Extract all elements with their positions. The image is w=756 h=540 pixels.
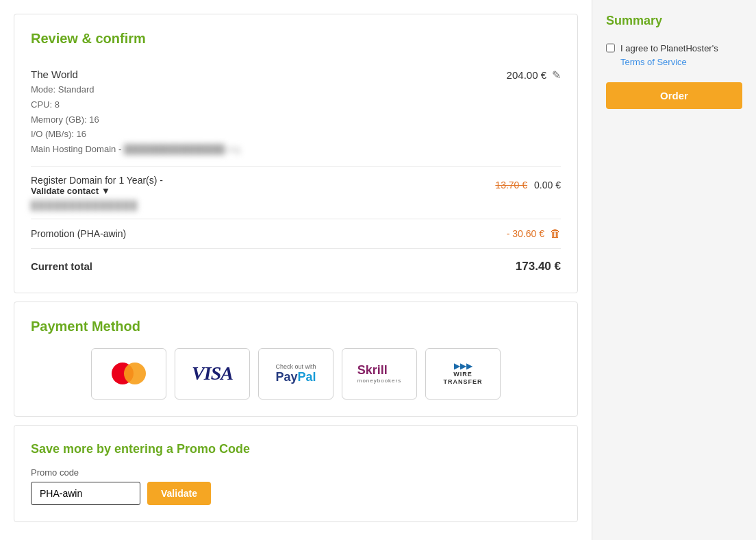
promo-code-section: Save more by entering a Promo Code Promo… <box>14 425 578 522</box>
review-title: Review & confirm <box>31 31 561 47</box>
item-hosting-domain: Main Hosting Domain - ████████████████.o… <box>31 143 507 157</box>
total-row: Current total 173.40 € <box>31 249 561 276</box>
wire-transfer-option[interactable]: ▶▶▶ WIRETRANSFER <box>425 348 501 400</box>
promo-section-title: Save more by entering a Promo Code <box>31 442 561 456</box>
hosting-domain-value: ████████████████.org <box>124 143 240 157</box>
promo-code-label: Promo code <box>31 467 561 478</box>
terms-of-service-link[interactable]: Terms of Service <box>620 57 687 67</box>
skrill-icon: Skrill moneybookers <box>357 363 401 384</box>
paypal-icon: Check out with PayPal <box>275 363 316 384</box>
review-section: Review & confirm The World Mode: Standar… <box>14 14 578 293</box>
domain-row-top: Register Domain for 1 Year(s) - Validate… <box>31 175 561 196</box>
terms-checkbox[interactable] <box>606 43 615 53</box>
visa-icon: VISA <box>192 363 233 384</box>
domain-discounted-price: 0.00 € <box>534 180 561 191</box>
visa-option[interactable]: VISA <box>175 348 250 400</box>
promo-input-row: Validate <box>31 482 561 505</box>
delete-promotion-icon[interactable]: 🗑 <box>550 228 561 240</box>
mastercard-option[interactable] <box>91 348 166 400</box>
payment-section: Payment Method VISA Check out with <box>14 302 578 417</box>
paypal-option[interactable]: Check out with PayPal <box>258 348 333 400</box>
promotion-price-area: - 30.60 € 🗑 <box>507 228 561 240</box>
payment-methods-list: VISA Check out with PayPal Skrill m <box>31 348 561 400</box>
item-memory: Memory (GB): 16 <box>31 113 507 127</box>
validate-promo-button[interactable]: Validate <box>147 482 211 505</box>
item-price-value: 204.00 € <box>507 69 546 81</box>
total-label: Current total <box>31 260 92 272</box>
mastercard-icon <box>112 363 146 384</box>
sidebar-title: Summary <box>606 14 742 28</box>
item-io: I/O (MB/s): 16 <box>31 127 507 142</box>
domain-original-price: 13.70 € <box>495 180 527 191</box>
terms-row: I agree to PlanetHoster's Terms of Servi… <box>606 42 742 69</box>
item-details: Mode: Standard CPU: 8 Memory (GB): 16 I/… <box>31 83 507 157</box>
chevron-down-icon: ▼ <box>101 186 110 196</box>
order-button[interactable]: Order <box>606 82 742 109</box>
total-price: 173.40 € <box>516 260 561 273</box>
mc-yellow-circle <box>124 363 146 384</box>
edit-icon[interactable]: ✎ <box>552 69 561 82</box>
item-row: The World Mode: Standard CPU: 8 Memory (… <box>31 60 561 167</box>
promotion-label: Promotion (PHA-awin) <box>31 228 126 239</box>
item-price-area: 204.00 € ✎ <box>507 69 561 82</box>
domain-label: Register Domain for 1 Year(s) - Validate… <box>31 175 163 196</box>
payment-title: Payment Method <box>31 319 561 334</box>
terms-text: I agree to PlanetHoster's Terms of Servi… <box>620 42 742 69</box>
domain-name: ██████████████ <box>31 200 561 210</box>
promotion-row: Promotion (PHA-awin) - 30.60 € 🗑 <box>31 219 561 249</box>
wire-transfer-icon: ▶▶▶ WIRETRANSFER <box>444 361 483 386</box>
validate-contact-button[interactable]: Validate contact ▼ <box>31 186 163 196</box>
domain-prices: 13.70 € 0.00 € <box>495 180 561 191</box>
item-mode: Mode: Standard <box>31 83 507 97</box>
promo-code-input[interactable] <box>31 482 140 505</box>
skrill-option[interactable]: Skrill moneybookers <box>342 348 417 400</box>
item-cpu: CPU: 8 <box>31 98 507 112</box>
item-name: The World <box>31 69 507 80</box>
domain-row: Register Domain for 1 Year(s) - Validate… <box>31 167 561 219</box>
promotion-price: - 30.60 € <box>507 228 544 239</box>
sidebar: Summary I agree to PlanetHoster's Terms … <box>592 0 756 540</box>
item-info: The World Mode: Standard CPU: 8 Memory (… <box>31 69 507 158</box>
